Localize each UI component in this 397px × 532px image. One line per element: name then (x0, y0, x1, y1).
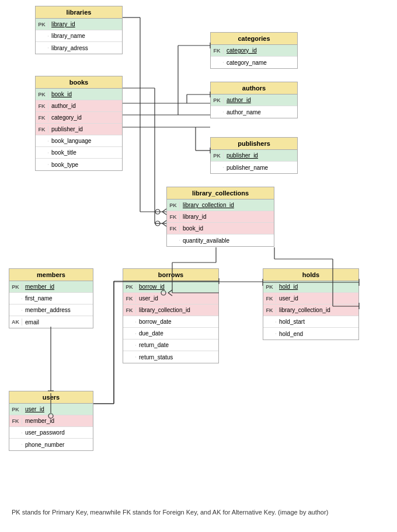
table-publishers-header: publishers (211, 138, 297, 150)
table-books: books PK book_id FK author_id FK categor… (35, 76, 123, 171)
table-publishers: publishers PK publisher_id publisher_nam… (210, 137, 298, 174)
table-row: FK member_id (9, 415, 93, 427)
table-row: phone_number (9, 439, 93, 450)
table-row: due_date (123, 328, 218, 340)
table-row: book_language (36, 135, 122, 147)
footer: PK stands for Primary Key, meanwhile FK … (0, 502, 397, 523)
svg-line-22 (162, 223, 166, 226)
table-row: hold_end (263, 328, 358, 340)
table-row: user_password (9, 427, 93, 439)
table-library-collections: library_collections PK library_collectio… (166, 187, 274, 247)
table-row: AK email (9, 316, 93, 328)
diagram-container: libraries PK library_id library_name lib… (0, 0, 397, 502)
table-row: PK library_id (36, 19, 122, 30)
table-row: PK user_id (9, 404, 93, 415)
table-row: PK member_id (9, 281, 93, 293)
svg-line-3 (162, 209, 166, 212)
table-row: return_status (123, 351, 218, 363)
svg-point-23 (155, 221, 160, 226)
table-row: return_date (123, 340, 218, 351)
table-categories: categories FK category_id category_name (210, 32, 298, 69)
table-row: PK hold_id (263, 281, 358, 293)
table-categories-header: categories (211, 33, 297, 45)
table-row: FK library_id (167, 211, 274, 223)
table-books-header: books (36, 76, 122, 89)
table-libraries-header: libraries (36, 6, 122, 19)
table-row: book_title (36, 147, 122, 159)
table-row: FK book_id (167, 223, 274, 235)
table-row: FK library_collection_id (263, 304, 358, 316)
svg-line-21 (162, 220, 166, 223)
table-row: PK author_id (211, 94, 297, 106)
table-authors-header: authors (211, 82, 297, 94)
table-users-header: users (9, 391, 93, 404)
table-row: publisher_name (211, 162, 297, 173)
table-borrows: borrows PK borrow_id FK user_id FK libra… (123, 268, 219, 363)
table-row: FK author_id (36, 100, 122, 112)
table-row: first_name (9, 293, 93, 304)
table-row: PK borrow_id (123, 281, 218, 293)
table-library-collections-header: library_collections (167, 187, 274, 200)
table-row: book_type (36, 159, 122, 170)
svg-line-4 (162, 212, 166, 215)
table-members: members PK member_id first_name member_a… (9, 268, 93, 328)
table-row: category_name (211, 57, 297, 68)
table-row: PK library_collection_id (167, 200, 274, 211)
table-libraries: libraries PK library_id library_name lib… (35, 6, 123, 54)
table-row: member_address (9, 304, 93, 316)
table-holds: holds PK hold_id FK user_id FK library_c… (263, 268, 359, 340)
table-row: library_name (36, 30, 122, 42)
table-row: FK category_id (211, 45, 297, 57)
table-row: borrow_date (123, 316, 218, 328)
table-row: FK user_id (263, 293, 358, 304)
svg-point-5 (155, 209, 160, 214)
table-row: FK publisher_id (36, 124, 122, 135)
footer-text: PK stands for Primary Key, meanwhile FK … (12, 509, 328, 516)
table-row: FK user_id (123, 293, 218, 304)
table-row: quantity_available (167, 235, 274, 246)
table-row: author_name (211, 106, 297, 118)
table-row: FK category_id (36, 112, 122, 124)
table-row: PK book_id (36, 89, 122, 100)
table-row: FK library_collection_id (123, 304, 218, 316)
table-row: library_adress (36, 42, 122, 54)
table-row: PK publisher_id (211, 150, 297, 162)
table-row: hold_start (263, 316, 358, 328)
table-members-header: members (9, 269, 93, 281)
table-borrows-header: borrows (123, 269, 218, 281)
table-authors: authors PK author_id author_name (210, 82, 298, 118)
table-users: users PK user_id FK member_id user_passw… (9, 391, 93, 451)
table-holds-header: holds (263, 269, 358, 281)
